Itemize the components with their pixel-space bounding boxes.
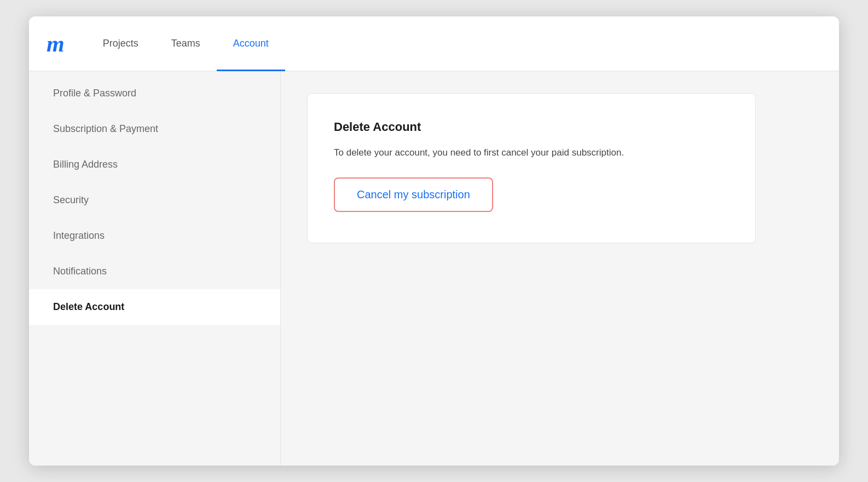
app-logo: m (47, 32, 65, 55)
sidebar-item-delete-account[interactable]: Delete Account (29, 289, 280, 325)
sidebar: Profile & Password Subscription & Paymen… (29, 71, 281, 466)
nav-item-projects[interactable]: Projects (86, 17, 155, 71)
sidebar-item-profile-password[interactable]: Profile & Password (29, 76, 280, 111)
card-description: To delete your account, you need to firs… (334, 145, 729, 160)
sidebar-item-billing-address[interactable]: Billing Address (29, 147, 280, 182)
sidebar-item-notifications[interactable]: Notifications (29, 254, 280, 289)
app-window: m Projects Teams Account Profile & Passw… (29, 16, 839, 466)
delete-account-card: Delete Account To delete your account, y… (307, 93, 756, 243)
sidebar-item-security[interactable]: Security (29, 182, 280, 218)
main-content: Delete Account To delete your account, y… (281, 71, 839, 466)
page-body: Profile & Password Subscription & Paymen… (29, 71, 839, 466)
top-nav: m Projects Teams Account (29, 16, 839, 71)
sidebar-item-subscription-payment[interactable]: Subscription & Payment (29, 111, 280, 147)
sidebar-item-integrations[interactable]: Integrations (29, 218, 280, 254)
nav-bar: Projects Teams Account (86, 16, 285, 71)
cancel-subscription-button[interactable]: Cancel my subscription (334, 177, 493, 212)
nav-item-account[interactable]: Account (217, 17, 285, 71)
card-title: Delete Account (334, 120, 729, 134)
nav-item-teams[interactable]: Teams (155, 17, 217, 71)
